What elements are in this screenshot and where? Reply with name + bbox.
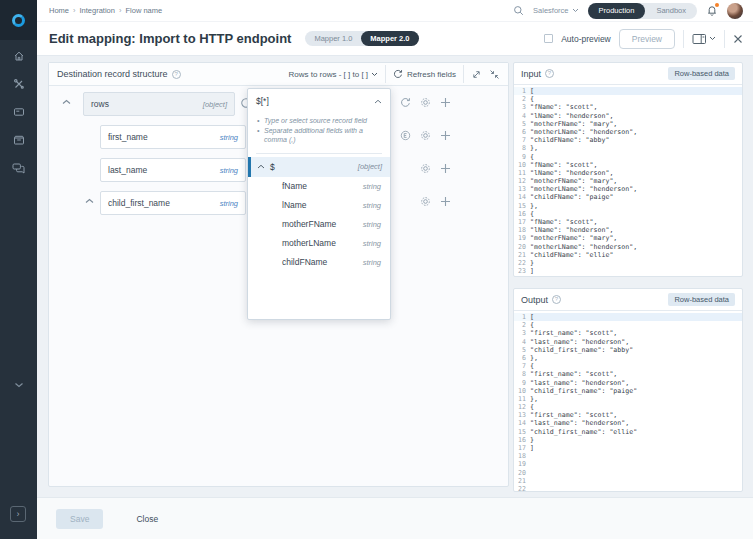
source-field-option[interactable]: childFNamestring (248, 253, 390, 272)
destination-field-child-first-name[interactable]: child_first_name string (100, 191, 246, 215)
settings-gear-icon[interactable] (420, 196, 431, 207)
sidebar-expand-button[interactable]: › (10, 506, 26, 522)
settings-gear-icon[interactable] (420, 130, 431, 141)
destination-field-rows[interactable]: rows [object] (83, 92, 235, 116)
add-row-plus-icon[interactable] (440, 196, 451, 207)
save-button[interactable]: Save (56, 509, 103, 529)
mapping-mode-dropdown[interactable]: Rows to rows - [ ] to [ ] (289, 70, 379, 79)
close-button[interactable]: Close (136, 514, 158, 524)
sidebar-item-support[interactable] (0, 158, 37, 177)
auto-preview-checkbox[interactable] (544, 34, 553, 43)
logo-block[interactable] (0, 0, 37, 40)
code-line[interactable]: 13"first_name": "scott", (514, 411, 742, 419)
expression-icon[interactable] (400, 130, 411, 141)
code-line[interactable]: 2{ (514, 95, 742, 103)
source-field-input[interactable]: $[*] (248, 89, 390, 113)
avatar[interactable] (727, 3, 743, 19)
add-row-plus-icon[interactable] (440, 97, 451, 108)
collapse-row-chevron-icon[interactable] (62, 99, 71, 105)
destination-field-last-name[interactable]: last_name string (100, 158, 246, 182)
code-line[interactable]: 23] (514, 267, 742, 275)
code-line[interactable]: 12{ (514, 403, 742, 411)
source-field-option[interactable]: motherLNamestring (248, 234, 390, 253)
code-line[interactable]: 14"last_name": "henderson", (514, 419, 742, 427)
collapse-row-chevron-icon[interactable] (85, 198, 94, 204)
code-line[interactable]: 12"motherFName": "mary", (514, 177, 742, 185)
breadcrumb-integration[interactable]: Integration (80, 6, 122, 15)
code-line[interactable]: 15}, (514, 202, 742, 210)
sidebar-item-marketplace[interactable] (0, 130, 37, 149)
settings-gear-icon[interactable] (420, 97, 431, 108)
expand-all-icon[interactable] (471, 69, 482, 80)
code-line[interactable]: 8"first_name": "scott", (514, 370, 742, 378)
close-icon[interactable] (733, 34, 743, 44)
collapse-all-icon[interactable] (489, 69, 500, 80)
chevron-up-icon[interactable] (374, 99, 382, 104)
sidebar-item-home[interactable] (0, 46, 37, 65)
search-icon[interactable] (513, 5, 524, 16)
code-line[interactable]: 14"childFName": "paige" (514, 193, 742, 201)
notifications-bell-icon[interactable] (706, 4, 718, 17)
settings-gear-icon[interactable] (420, 163, 431, 174)
source-field-option[interactable]: motherFNamestring (248, 215, 390, 234)
sidebar-collapse-chevron-icon[interactable] (0, 382, 37, 388)
destination-field-first-name[interactable]: first_name string (100, 125, 246, 149)
code-line[interactable]: 16} (514, 436, 742, 444)
refresh-icon[interactable] (400, 97, 411, 108)
preview-button[interactable]: Preview (619, 29, 675, 49)
environment-production[interactable]: Production (588, 3, 646, 19)
add-row-plus-icon[interactable] (440, 130, 451, 141)
code-line[interactable]: 17] (514, 444, 742, 452)
code-line[interactable]: 5"motherFName": "mary", (514, 120, 742, 128)
code-line[interactable]: 1[ (514, 313, 742, 321)
code-line[interactable]: 9{ (514, 153, 742, 161)
breadcrumb-home[interactable]: Home (49, 6, 76, 15)
source-field-option[interactable]: fNamestring (248, 177, 390, 196)
tab-mapper-1[interactable]: Mapper 1.0 (305, 31, 361, 46)
code-line[interactable]: 13"motherLName": "henderson", (514, 185, 742, 193)
output-code-editor[interactable]: 1[2{3"first_name": "scott",4"last_name":… (514, 311, 742, 492)
code-line[interactable]: 16{ (514, 210, 742, 218)
code-line[interactable]: 1[ (514, 87, 742, 95)
code-line[interactable]: 7{ (514, 362, 742, 370)
tab-mapper-2[interactable]: Mapper 2.0 (361, 31, 418, 46)
code-line[interactable]: 3"fName": "scott", (514, 103, 742, 111)
code-line[interactable]: 2{ (514, 321, 742, 329)
environment-sandbox[interactable]: Sandbox (645, 3, 697, 19)
code-line[interactable]: 20 (514, 469, 742, 477)
layout-toggle[interactable] (692, 33, 716, 45)
code-line[interactable]: 8}, (514, 144, 742, 152)
code-line[interactable]: 3"first_name": "scott", (514, 329, 742, 337)
code-line[interactable]: 21"childFName": "ellie" (514, 251, 742, 259)
code-line[interactable]: 19"motherFName": "mary", (514, 234, 742, 242)
help-icon[interactable]: ? (545, 69, 554, 78)
help-icon[interactable]: ? (172, 70, 181, 79)
sidebar-item-tools[interactable] (0, 74, 37, 93)
code-line[interactable]: 11}, (514, 395, 742, 403)
help-icon[interactable]: ? (552, 295, 561, 304)
sidebar-item-resources[interactable] (0, 102, 37, 121)
code-line[interactable]: 9"last_name": "henderson", (514, 379, 742, 387)
add-row-plus-icon[interactable] (440, 163, 451, 174)
source-root-option[interactable]: $ [object] (248, 157, 390, 177)
code-line[interactable]: 20"motherLName": "henderson", (514, 243, 742, 251)
code-line[interactable]: 10"child_first_name": "paige" (514, 387, 742, 395)
code-line[interactable]: 19 (514, 460, 742, 468)
code-line[interactable]: 6"motherLName": "henderson", (514, 128, 742, 136)
code-line[interactable]: 18 (514, 452, 742, 460)
account-selector[interactable]: Salesforce (533, 6, 578, 15)
code-line[interactable]: 22 (514, 485, 742, 492)
code-line[interactable]: 4"lName": "henderson", (514, 112, 742, 120)
code-line[interactable]: 21 (514, 477, 742, 485)
code-line[interactable]: 17"fName": "scott", (514, 218, 742, 226)
code-line[interactable]: 15"child_first_name": "ellie" (514, 428, 742, 436)
input-code-editor[interactable]: 1[2{3"fName": "scott",4"lName": "henders… (514, 85, 742, 275)
breadcrumb-flow-name[interactable]: Flow name (125, 6, 162, 15)
code-line[interactable]: 22} (514, 259, 742, 267)
code-line[interactable]: 7"childFName": "abby" (514, 136, 742, 144)
source-field-option[interactable]: lNamestring (248, 196, 390, 215)
code-line[interactable]: 5"child_first_name": "abby" (514, 346, 742, 354)
code-line[interactable]: 6}, (514, 354, 742, 362)
code-line[interactable]: 11"lName": "henderson", (514, 169, 742, 177)
code-line[interactable]: 18"lName": "henderson", (514, 226, 742, 234)
